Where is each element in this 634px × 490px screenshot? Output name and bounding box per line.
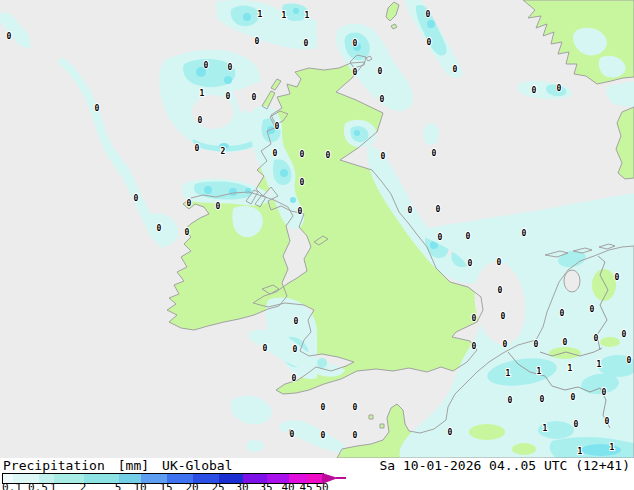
legend-title: Precipitation[mm]UK-Global: [3, 458, 246, 473]
precip-value-label: 0: [501, 312, 506, 321]
precip-value-label: 0: [195, 144, 200, 153]
scale-tick-label: 1: [50, 483, 57, 490]
precip-value-label: 0: [185, 228, 190, 237]
precip-value-label: 1: [506, 369, 511, 378]
precip-value-label: 0: [557, 84, 562, 93]
precip-value-label: 0: [498, 286, 503, 295]
precip-value-label: 0: [574, 420, 579, 429]
precip-value-label: 0: [134, 194, 139, 203]
precip-value-label: 0: [204, 61, 209, 70]
precip-value-label: 0: [380, 95, 385, 104]
precip-value-label: 1: [597, 360, 602, 369]
precip-value-label: 0: [590, 305, 595, 314]
precip-value-label: 1: [610, 443, 615, 452]
precip-value-label: 0: [255, 37, 260, 46]
precip-value-label: 0: [503, 340, 508, 349]
precip-value-label: 0: [594, 334, 599, 343]
weather-map-screenshot: 0000010000200111000000000000000000000000…: [0, 0, 634, 490]
precip-value-label: 1: [543, 424, 548, 433]
precip-value-label: 0: [534, 340, 539, 349]
precip-value-label: 0: [321, 403, 326, 412]
precip-value-label: 0: [226, 92, 231, 101]
precip-value-label: 1: [200, 89, 205, 98]
precip-value-label: 0: [438, 233, 443, 242]
precip-value-label: 0: [436, 205, 441, 214]
map-area: 0000010000200111000000000000000000000000…: [0, 0, 634, 458]
scale-tick-label: 20: [185, 483, 198, 490]
legend-model: UK-Global: [162, 458, 232, 473]
precip-value-label: 0: [497, 258, 502, 267]
scale-tick-label: 50: [315, 483, 328, 490]
precip-value-label: 0: [522, 229, 527, 238]
precip-value-label: 0: [427, 38, 432, 47]
precip-value-label: 0: [353, 39, 358, 48]
precip-value-label: 0: [275, 122, 280, 131]
precip-value-label: 0: [228, 63, 233, 72]
scale-tick-label: 5: [115, 483, 122, 490]
precip-value-label: 0: [326, 151, 331, 160]
scale-tick-label: 25: [211, 483, 224, 490]
precip-value-label: 0: [216, 202, 221, 211]
precip-value-label: 0: [560, 309, 565, 318]
legend-datetime: Sa 10-01-2026 04..05 UTC (12+41): [380, 458, 630, 473]
precip-value-label: 0: [627, 356, 632, 365]
precip-value-label: 0: [381, 152, 386, 161]
precip-value-label: 0: [290, 430, 295, 439]
ijsselmeer-lake: [564, 270, 580, 292]
precip-value-label: 0: [571, 393, 576, 402]
precip-value-label: 1: [578, 447, 583, 456]
legend-parameter: Precipitation: [3, 458, 105, 473]
precip-value-label: 0: [448, 428, 453, 437]
scale-tick-label: 10: [133, 483, 146, 490]
scale-tick-label: 30: [235, 483, 248, 490]
scale-tick-label: 0.1: [2, 483, 22, 490]
scale-tick-label: 2: [80, 483, 87, 490]
precip-value-label: 0: [353, 68, 358, 77]
precip-value-label: 0: [300, 178, 305, 187]
color-scale-labels: 0.10.5125101520253035404550: [2, 483, 362, 490]
scale-tick-label: 45: [299, 483, 312, 490]
precip-value-label: 0: [294, 317, 299, 326]
precip-value-label: 0: [298, 207, 303, 216]
precip-value-label: 2: [221, 147, 226, 156]
precip-value-label: 0: [453, 65, 458, 74]
precip-value-label: 0: [563, 338, 568, 347]
scale-tick-label: 15: [159, 483, 172, 490]
color-scale-arrow-tail: [336, 477, 346, 479]
precip-value-label: 0: [622, 330, 627, 339]
precip-value-label: 0: [300, 150, 305, 159]
precip-value-label: 1: [258, 10, 263, 19]
precip-value-label: 1: [282, 11, 287, 20]
precip-value-label: 0: [602, 388, 607, 397]
precip-value-label: 0: [540, 395, 545, 404]
precip-value-label: 0: [432, 149, 437, 158]
legend-bar: Precipitation[mm]UK-Global Sa 10-01-2026…: [0, 458, 634, 490]
precip-value-label: 0: [605, 417, 610, 426]
precip-value-label: 0: [304, 39, 309, 48]
precip-value-label: 0: [468, 259, 473, 268]
precip-value-label: 0: [198, 116, 203, 125]
precip-value-label: 0: [263, 344, 268, 353]
precip-value-label: 0: [466, 232, 471, 241]
precip-value-label: 0: [273, 149, 278, 158]
precip-value-label: 1: [537, 367, 542, 376]
precip-value-label: 0: [378, 67, 383, 76]
precip-value-label: 0: [408, 206, 413, 215]
precip-value-label: 0: [157, 224, 162, 233]
precip-value-label: 0: [472, 342, 477, 351]
precipitation-map: 0000010000200111000000000000000000000000…: [0, 0, 634, 458]
scale-tick-label: 0.5: [28, 483, 48, 490]
scale-tick-label: 35: [259, 483, 272, 490]
precip-value-label: 0: [615, 273, 620, 282]
precip-value-label: 0: [353, 403, 358, 412]
precip-value-label: 0: [426, 10, 431, 19]
precip-value-label: 1: [568, 364, 573, 373]
scale-tick-label: 40: [281, 483, 294, 490]
precip-value-label: 0: [95, 104, 100, 113]
precip-value-label: 0: [293, 345, 298, 354]
precip-value-label: 0: [252, 93, 257, 102]
precip-value-label: 0: [508, 396, 513, 405]
precip-value-label: 0: [321, 431, 326, 440]
precip-value-label: 0: [532, 86, 537, 95]
precip-value-label: 0: [472, 314, 477, 323]
